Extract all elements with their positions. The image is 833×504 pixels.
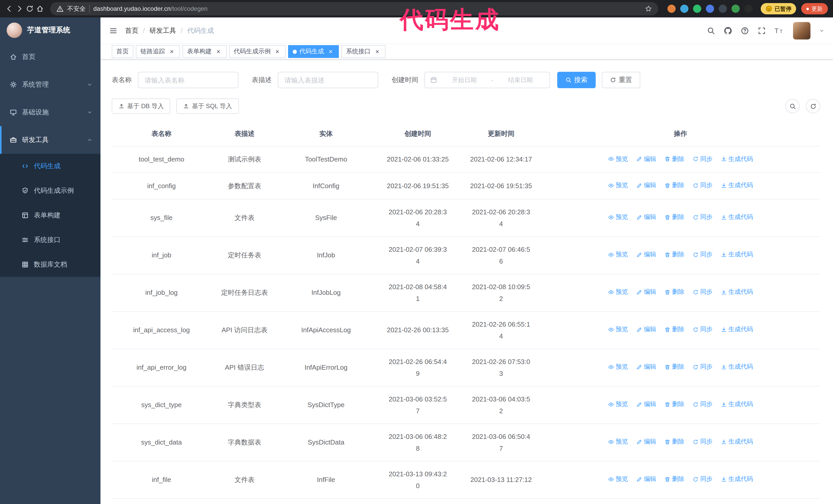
tab-codegen-example[interactable]: 代码生成示例×: [229, 45, 286, 58]
sidebar-item-system-api[interactable]: 系统接口: [0, 227, 100, 252]
sidebar-item-system[interactable]: 系统管理: [0, 71, 100, 98]
github-icon[interactable]: [724, 26, 732, 34]
extension-dark-icon[interactable]: [719, 5, 727, 13]
close-icon[interactable]: ×: [215, 48, 222, 55]
browser-home-icon[interactable]: [36, 5, 44, 13]
import-sql-button[interactable]: 基于 SQL 导入: [176, 98, 239, 114]
breadcrumb-home[interactable]: 首页: [125, 26, 138, 35]
browser-reload-icon[interactable]: [26, 5, 34, 13]
op-delete-link[interactable]: 删除: [664, 286, 684, 298]
table-row[interactable]: inf_api_error_log API 错误日志 InfApiErrorLo…: [112, 349, 820, 386]
op-sync-link[interactable]: 同步: [693, 286, 713, 298]
op-sync-link[interactable]: 同步: [693, 474, 713, 485]
op-eye-link[interactable]: 预览: [608, 324, 628, 336]
hamburger-icon[interactable]: [109, 26, 117, 34]
op-generate-link[interactable]: 生成代码: [721, 179, 753, 191]
op-generate-link[interactable]: 生成代码: [721, 324, 753, 336]
op-generate-link[interactable]: 生成代码: [721, 286, 753, 298]
op-eye-link[interactable]: 预览: [608, 474, 628, 485]
op-edit-link[interactable]: 编辑: [636, 474, 656, 485]
op-eye-link[interactable]: 预览: [608, 436, 628, 448]
sidebar-item-codegen[interactable]: 代码生成: [0, 154, 100, 178]
sidebar-item-form-builder[interactable]: 表单构建: [0, 203, 100, 227]
op-edit-link[interactable]: 编辑: [636, 361, 656, 373]
table-desc-input[interactable]: [278, 72, 378, 88]
tab-system-api[interactable]: 系统接口×: [341, 45, 385, 58]
date-range-picker[interactable]: 开始日期 - 结束日期: [425, 72, 550, 88]
op-edit-link[interactable]: 编辑: [636, 153, 656, 165]
op-generate-link[interactable]: 生成代码: [721, 361, 753, 373]
refresh-table-button[interactable]: [806, 99, 820, 113]
help-icon[interactable]: [741, 26, 749, 34]
op-generate-link[interactable]: 生成代码: [721, 474, 753, 485]
op-edit-link[interactable]: 编辑: [636, 249, 656, 261]
op-edit-link[interactable]: 编辑: [636, 286, 656, 298]
table-name-input[interactable]: [138, 72, 238, 88]
toggle-search-button[interactable]: [785, 99, 800, 113]
search-button[interactable]: 搜索: [557, 72, 596, 88]
op-sync-link[interactable]: 同步: [693, 436, 713, 448]
op-eye-link[interactable]: 预览: [608, 249, 628, 261]
font-size-icon[interactable]: TT: [775, 27, 784, 34]
fullscreen-icon[interactable]: [758, 26, 766, 34]
op-sync-link[interactable]: 同步: [693, 399, 713, 410]
op-delete-link[interactable]: 删除: [664, 179, 684, 191]
op-generate-link[interactable]: 生成代码: [721, 399, 753, 410]
op-generate-link[interactable]: 生成代码: [721, 436, 753, 448]
address-bar[interactable]: 不安全 dashboard.yudao.iocoder.cn/tool/code…: [50, 2, 658, 16]
op-eye-link[interactable]: 预览: [608, 212, 628, 223]
table-row[interactable]: tool_test_demo 测试示例表 ToolTestDemo 2021-0…: [112, 146, 820, 172]
browser-forward-icon[interactable]: [15, 5, 24, 13]
op-generate-link[interactable]: 生成代码: [721, 212, 753, 223]
op-sync-link[interactable]: 同步: [693, 212, 713, 223]
op-delete-link[interactable]: 删除: [664, 153, 684, 165]
op-edit-link[interactable]: 编辑: [636, 324, 656, 336]
tab-form-builder[interactable]: 表单构建×: [183, 45, 227, 58]
reset-button[interactable]: 重置: [602, 72, 640, 88]
tab-tracing[interactable]: 链路追踪×: [136, 45, 180, 58]
close-icon[interactable]: ×: [168, 48, 175, 55]
tab-home[interactable]: 首页: [112, 45, 133, 58]
avatar[interactable]: [793, 22, 810, 39]
extension-orange-icon[interactable]: [667, 5, 675, 13]
table-row[interactable]: inf_job 定时任务表 InfJob 2021-02-07 06:39:3 …: [112, 236, 820, 274]
op-delete-link[interactable]: 删除: [664, 474, 684, 485]
op-eye-link[interactable]: 预览: [608, 153, 628, 165]
op-edit-link[interactable]: 编辑: [636, 436, 656, 448]
op-generate-link[interactable]: 生成代码: [721, 249, 753, 261]
breadcrumb-devtools[interactable]: 研发工具: [149, 26, 176, 35]
extension-grid-icon[interactable]: [706, 5, 714, 13]
import-db-button[interactable]: 基于 DB 导入: [112, 98, 170, 114]
op-delete-link[interactable]: 删除: [664, 436, 684, 448]
op-eye-link[interactable]: 预览: [608, 361, 628, 373]
op-sync-link[interactable]: 同步: [693, 249, 713, 261]
sidebar-item-db-docs[interactable]: 数据库文档: [0, 252, 100, 277]
bookmark-star-icon[interactable]: [645, 5, 652, 12]
sidebar-item-home[interactable]: 首页: [0, 43, 100, 71]
logo[interactable]: 芋道管理系统: [0, 18, 100, 43]
table-row[interactable]: sys_file 文件表 SysFile 2021-02-06 20:28:3 …: [112, 199, 820, 236]
paused-badge[interactable]: 已暂停: [761, 3, 796, 14]
table-row[interactable]: inf_config 参数配置表 InfConfig 2021-02-06 19…: [112, 172, 820, 199]
close-icon[interactable]: ×: [274, 48, 281, 55]
op-generate-link[interactable]: 生成代码: [721, 153, 753, 165]
op-sync-link[interactable]: 同步: [693, 179, 713, 191]
update-button[interactable]: 更新: [801, 3, 828, 14]
sidebar-item-codegen-example[interactable]: 代码生成示例: [0, 178, 100, 203]
op-eye-link[interactable]: 预览: [608, 399, 628, 410]
search-icon[interactable]: [707, 26, 715, 34]
op-delete-link[interactable]: 删除: [664, 249, 684, 261]
op-sync-link[interactable]: 同步: [693, 153, 713, 165]
table-row[interactable]: inf_file 文件表 InfFile 2021-03-13 09:43:2 …: [112, 461, 820, 498]
op-eye-link[interactable]: 预览: [608, 179, 628, 191]
op-sync-link[interactable]: 同步: [693, 361, 713, 373]
sidebar-item-infra[interactable]: 基础设施: [0, 98, 100, 126]
op-edit-link[interactable]: 编辑: [636, 212, 656, 223]
sidebar-item-devtools[interactable]: 研发工具: [0, 126, 100, 154]
browser-back-icon[interactable]: [5, 5, 13, 13]
table-row[interactable]: inf_job_log 定时任务日志表 InfJobLog 2021-02-08…: [112, 274, 820, 311]
close-icon[interactable]: ×: [327, 48, 334, 55]
op-edit-link[interactable]: 编辑: [636, 179, 656, 191]
extension-green-check-icon[interactable]: [693, 5, 701, 13]
table-row[interactable]: sys_dict_data 字典数据表 SysDictData 2021-03-…: [112, 424, 820, 461]
